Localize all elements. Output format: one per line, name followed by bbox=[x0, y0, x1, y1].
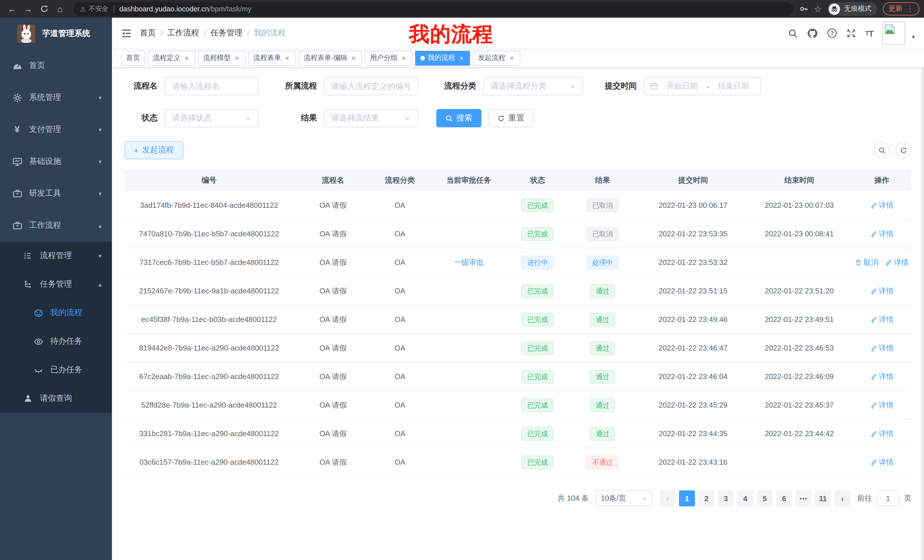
update-button[interactable]: 更新 ⋮ bbox=[883, 2, 920, 15]
goto-unit: 页 bbox=[904, 493, 911, 503]
detail-link[interactable]: 详情 bbox=[870, 286, 894, 296]
result-badge: 通过 bbox=[590, 370, 615, 383]
goto-page-input[interactable] bbox=[877, 490, 900, 506]
sidebar-item-pay[interactable]: ¥ 支付管理 ▾ bbox=[0, 114, 112, 145]
forward-icon[interactable]: → bbox=[21, 1, 35, 16]
filter-time-label: 提交时间 bbox=[602, 81, 644, 91]
tree-branch-icon bbox=[23, 279, 33, 289]
close-icon[interactable]: × bbox=[350, 54, 357, 62]
detail-link[interactable]: 详情 bbox=[870, 343, 894, 353]
detail-link[interactable]: 详情 bbox=[870, 428, 894, 439]
tabs-bar: 首页 流程定义× 流程模型× 流程表单× 流程表单-编辑× 用户分组× 我的流程… bbox=[112, 48, 924, 68]
detail-link[interactable]: 详情 bbox=[870, 400, 894, 410]
help-icon[interactable]: ? bbox=[827, 28, 837, 38]
tab-process-form-edit[interactable]: 流程表单-编辑× bbox=[298, 51, 362, 65]
browser-menu-icon[interactable]: ⋮ bbox=[906, 5, 914, 13]
close-icon[interactable]: × bbox=[183, 54, 190, 62]
address-bar[interactable]: ⚠ 不安全 dashboard.yudao.iocoder.cn/bpm/tas… bbox=[73, 2, 793, 16]
detail-link[interactable]: 详情 bbox=[870, 371, 894, 382]
sidebar-item-workflow[interactable]: 工作流程 ▴ bbox=[0, 210, 112, 241]
page-4[interactable]: 4 bbox=[737, 490, 753, 506]
sidebar-item-todo-task[interactable]: 待办任务 bbox=[0, 327, 112, 356]
start-process-button[interactable]: + 发起流程 bbox=[124, 141, 183, 159]
tab-user-group[interactable]: 用户分组× bbox=[365, 51, 412, 65]
back-icon[interactable]: ← bbox=[4, 1, 20, 16]
breadcrumb-workflow[interactable]: 工作流程 bbox=[167, 28, 199, 38]
process-definition-input[interactable] bbox=[331, 82, 411, 91]
next-page-icon[interactable]: › bbox=[834, 490, 850, 506]
avatar-caret-icon[interactable]: ▼ bbox=[911, 34, 916, 40]
reset-button[interactable]: 重置 bbox=[488, 109, 533, 127]
close-icon[interactable]: × bbox=[234, 54, 240, 62]
category-select[interactable]: 请选择流程分类 bbox=[483, 77, 583, 95]
tab-process-form[interactable]: 流程表单× bbox=[248, 51, 296, 65]
reload-icon[interactable] bbox=[36, 1, 51, 16]
close-icon[interactable]: × bbox=[508, 54, 515, 62]
font-size-icon[interactable]: TT bbox=[865, 28, 873, 38]
status-badge: 进行中 bbox=[522, 256, 554, 269]
eye-closed-icon bbox=[33, 365, 44, 375]
detail-link[interactable]: 详情 bbox=[870, 229, 894, 239]
app-logo[interactable]: 芋道管理系统 bbox=[0, 18, 112, 49]
search-button[interactable]: 搜索 bbox=[436, 109, 482, 127]
tab-process-model[interactable]: 流程模型× bbox=[198, 51, 246, 65]
sidebar-item-task-mgmt[interactable]: 任务管理 ▴ bbox=[0, 270, 112, 298]
process-name-input[interactable] bbox=[172, 82, 251, 91]
close-icon[interactable]: × bbox=[284, 54, 291, 62]
sidebar-item-leave-query[interactable]: 请假查询 bbox=[0, 384, 112, 413]
detail-link[interactable]: 详情 bbox=[870, 457, 894, 467]
page-size-select[interactable]: 10条/页 bbox=[596, 490, 653, 506]
detail-link[interactable]: 详情 bbox=[870, 314, 894, 325]
sidebar-item-dev[interactable]: 研发工具 ▾ bbox=[0, 178, 112, 210]
refresh-button[interactable] bbox=[896, 142, 911, 158]
sidebar-item-system[interactable]: 系统管理 ▾ bbox=[0, 82, 112, 114]
cancel-link[interactable]: 取消 bbox=[855, 257, 879, 267]
incognito-badge: 无痕模式 bbox=[828, 2, 877, 16]
sidebar-item-infra[interactable]: 基础设施 ▾ bbox=[0, 145, 112, 178]
search-icon[interactable] bbox=[788, 28, 798, 38]
sidebar-item-home[interactable]: 首页 bbox=[0, 49, 112, 82]
breadcrumb-home[interactable]: 首页 bbox=[140, 28, 156, 38]
page-6[interactable]: 6 bbox=[776, 490, 792, 506]
tab-my-process[interactable]: 我的流程× bbox=[415, 51, 470, 65]
page-11[interactable]: 11 bbox=[815, 490, 831, 506]
page-1[interactable]: 1 bbox=[679, 490, 695, 506]
result-select[interactable]: 请选择流结果 bbox=[324, 109, 418, 127]
current-task-link[interactable]: 一级审批 bbox=[454, 257, 484, 267]
tab-process-definition[interactable]: 流程定义× bbox=[148, 51, 195, 65]
incognito-icon bbox=[829, 3, 840, 15]
detail-link[interactable]: 详情 bbox=[870, 200, 894, 210]
scrollbar[interactable] bbox=[921, 18, 924, 560]
chevron-up-icon: ▴ bbox=[99, 281, 102, 288]
sidebar-item-my-process[interactable]: 我的流程 bbox=[0, 298, 112, 327]
sidebar-item-process-mgmt[interactable]: 流程管理 ▾ bbox=[0, 241, 112, 270]
detail-link[interactable]: 详情 bbox=[885, 257, 909, 267]
password-key-icon[interactable] bbox=[799, 4, 808, 14]
page-ellipsis[interactable]: ••• bbox=[795, 490, 812, 506]
hamburger-icon[interactable] bbox=[112, 28, 140, 39]
status-select[interactable]: 请选择状态 bbox=[165, 109, 259, 127]
page-3[interactable]: 3 bbox=[718, 490, 734, 506]
close-icon[interactable]: × bbox=[400, 54, 407, 62]
page-2[interactable]: 2 bbox=[698, 490, 714, 506]
prev-page-icon[interactable]: ‹ bbox=[660, 490, 676, 506]
process-id: ec45f38f-7b9a-11ec-b03b-acde48001122 bbox=[124, 315, 294, 324]
avatar[interactable] bbox=[882, 22, 905, 45]
bookmark-star-icon[interactable]: ☆ bbox=[814, 4, 822, 14]
tab-start-process[interactable]: 发起流程× bbox=[473, 51, 520, 65]
submit-time-range[interactable]: 开始日期 - 结束日期 bbox=[644, 77, 760, 95]
result-badge: 通过 bbox=[590, 313, 615, 326]
yen-icon: ¥ bbox=[12, 124, 22, 135]
close-icon[interactable]: × bbox=[458, 54, 465, 62]
fullscreen-icon[interactable] bbox=[846, 28, 856, 38]
show-search-button[interactable] bbox=[874, 142, 890, 158]
breadcrumb-task[interactable]: 任务管理 bbox=[211, 28, 243, 38]
github-icon[interactable] bbox=[807, 28, 818, 39]
tab-home[interactable]: 首页 bbox=[121, 51, 145, 65]
chevron-up-icon: ▴ bbox=[99, 222, 102, 229]
filter-name-label: 流程名 bbox=[124, 81, 165, 91]
page-5[interactable]: 5 bbox=[757, 490, 772, 506]
sidebar-item-done-task[interactable]: 已办任务 bbox=[0, 356, 112, 384]
sidebar: 芋道管理系统 首页 系统管理 ▾ ¥ 支付管理 ▾ bbox=[0, 18, 112, 560]
home-icon[interactable]: ⌂ bbox=[52, 1, 68, 16]
